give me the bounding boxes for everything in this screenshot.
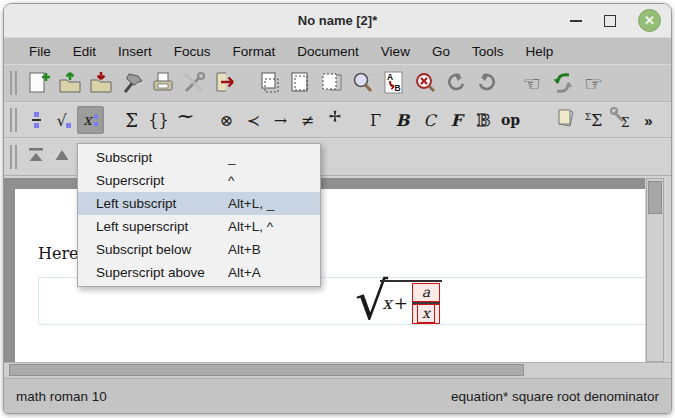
back-button[interactable]: ☜ (516, 68, 547, 98)
braces-icon: {} (148, 111, 168, 130)
toolbar-grip[interactable] (10, 145, 17, 169)
shortcut-label: _ (228, 150, 306, 165)
open-folder-icon (57, 70, 83, 96)
sessions-button[interactable] (552, 106, 580, 134)
titlebar[interactable]: No name [2]* ✕ (4, 4, 671, 37)
svg-text:A: A (387, 72, 393, 82)
close-button[interactable]: ✕ (638, 9, 661, 32)
focus-exit-button[interactable] (23, 144, 49, 170)
menu-item-superscript[interactable]: Superscript ^ (78, 169, 320, 192)
focus-previous-button[interactable] (49, 144, 75, 170)
minimize-button[interactable] (570, 20, 582, 22)
menu-item-superscript-above[interactable]: Superscript above Alt+A (78, 261, 320, 284)
open-document-button[interactable] (54, 68, 85, 98)
brackets-button[interactable]: {} (145, 106, 172, 134)
preferences-button[interactable] (178, 68, 209, 98)
spell-check-icon (412, 70, 438, 96)
operator-name-button[interactable]: op (497, 106, 524, 134)
printer-icon (150, 70, 176, 96)
undo-icon (443, 70, 469, 96)
blackboard-letter-button[interactable]: B (470, 106, 497, 134)
menu-insert[interactable]: Insert (107, 41, 163, 62)
menu-focus[interactable]: Focus (163, 41, 222, 62)
copy-icon (288, 70, 314, 96)
export-icon (212, 70, 238, 96)
maximize-button[interactable] (604, 15, 616, 27)
miscellaneous-symbol-button[interactable] (321, 106, 348, 134)
plus-operator[interactable]: + (392, 293, 410, 313)
menu-view[interactable]: View (370, 41, 421, 62)
toolbar-grip[interactable] (10, 108, 17, 132)
toolbar-overflow-button[interactable]: » (635, 106, 662, 134)
fraction-button[interactable] (23, 106, 50, 134)
cut-button[interactable] (254, 68, 285, 98)
arrow-button[interactable]: → (267, 106, 294, 134)
fraktur-letter-button[interactable]: F (443, 106, 470, 134)
horizontal-scrollbar-thumb[interactable] (9, 364, 524, 376)
menu-item-subscript-below[interactable]: Subscript below Alt+B (78, 238, 320, 261)
new-document-button[interactable] (23, 68, 54, 98)
style-button[interactable] (116, 68, 147, 98)
forward-button[interactable]: ☞ (578, 68, 609, 98)
otimes-icon: ⊗ (220, 111, 233, 130)
copy-button[interactable] (285, 68, 316, 98)
status-left-font-info: math roman 10 (16, 389, 107, 404)
variable-x[interactable]: x (382, 293, 392, 313)
cut-icon (257, 70, 283, 96)
gamma-icon: Γ (370, 111, 381, 130)
menu-format[interactable]: Format (222, 41, 287, 62)
save-document-button[interactable] (85, 68, 116, 98)
fraction-denominator[interactable]: x (412, 304, 440, 324)
math-formula[interactable]: √x+ax (355, 280, 442, 322)
reload-icon (550, 70, 576, 96)
menu-go[interactable]: Go (421, 41, 461, 62)
sigma-sigma-icon: ΣΣ (585, 111, 603, 130)
fraction-icon (32, 112, 41, 128)
bold-letter-button[interactable]: B (389, 106, 416, 134)
accent-button[interactable]: ~ (172, 106, 199, 134)
menu-tools[interactable]: Tools (461, 41, 515, 62)
right-arrow-icon: → (274, 111, 287, 130)
find-button[interactable] (347, 68, 378, 98)
replace-button[interactable]: AB (378, 68, 409, 98)
vertical-scrollbar-thumb[interactable] (648, 181, 662, 214)
spell-check-button[interactable] (409, 68, 440, 98)
math-toolbar: √ x Σ {} ~ ⊗ ≺ → ≠ Γ B C F B op ΣΣ Σ » (4, 102, 671, 138)
menu-file[interactable]: File (18, 41, 62, 62)
negation-button[interactable]: ≠ (294, 106, 321, 134)
svg-text:B: B (394, 83, 400, 93)
reload-button[interactable] (547, 68, 578, 98)
redo-button[interactable] (471, 68, 502, 98)
menu-document[interactable]: Document (286, 41, 370, 62)
fraction-numerator[interactable]: a (412, 283, 440, 302)
focused-fraction[interactable]: ax (412, 283, 440, 324)
square-root-button[interactable]: √ (50, 106, 77, 134)
menu-item-left-subscript[interactable]: Left subscript Alt+L, _ (78, 192, 320, 215)
vertical-scrollbar[interactable] (646, 178, 664, 362)
save-icon (88, 70, 114, 96)
toolbar-grip[interactable] (10, 71, 17, 95)
menu-help[interactable]: Help (514, 41, 564, 62)
triangle-up-bar-icon (25, 144, 47, 170)
print-button[interactable] (147, 68, 178, 98)
radicand[interactable]: x+ax (380, 280, 442, 322)
math-preferences-button[interactable]: Σ (607, 106, 635, 134)
menu-edit[interactable]: Edit (62, 41, 107, 62)
precedes-icon: ≺ (247, 111, 260, 130)
menu-item-left-superscript[interactable]: Left superscript Alt+L, ^ (78, 215, 320, 238)
menu-item-subscript[interactable]: Subscript _ (78, 146, 320, 169)
relation-button[interactable]: ≺ (240, 106, 267, 134)
executable-math-button[interactable]: ΣΣ (580, 106, 607, 134)
export-button[interactable] (209, 68, 240, 98)
undo-button[interactable] (440, 68, 471, 98)
greek-letter-button[interactable]: Γ (362, 106, 389, 134)
calligraphic-letter-button[interactable]: C (416, 106, 443, 134)
horizontal-scrollbar[interactable] (4, 362, 671, 378)
binary-operator-button[interactable]: ⊗ (213, 106, 240, 134)
scripts-button[interactable]: x (77, 106, 104, 134)
paragraph-text[interactable]: Here (38, 244, 79, 263)
bold-b-icon: B (396, 111, 410, 130)
square-root-icon: √ (56, 111, 70, 130)
big-operator-button[interactable]: Σ (118, 106, 145, 134)
paste-button[interactable] (316, 68, 347, 98)
